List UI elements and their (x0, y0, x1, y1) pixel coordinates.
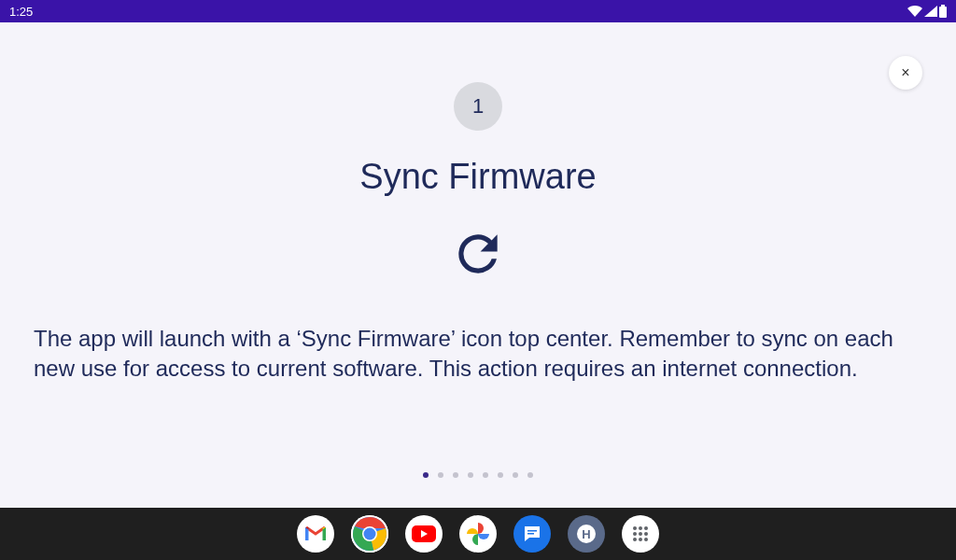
svg-point-15 (644, 526, 648, 530)
chrome-app-icon[interactable] (351, 515, 388, 553)
dot-8[interactable] (527, 472, 533, 478)
svg-point-17 (639, 532, 642, 536)
svg-rect-0 (941, 5, 945, 7)
onboarding-screen: × 1 Sync Firmware The app will launch wi… (0, 22, 956, 508)
sync-icon (449, 225, 507, 287)
close-icon: × (901, 64, 909, 81)
svg-point-20 (639, 538, 642, 541)
pagination-dots[interactable] (0, 472, 956, 478)
svg-point-21 (644, 538, 648, 541)
step-title: Sync Firmware (359, 157, 596, 197)
wifi-icon (907, 6, 922, 17)
svg-text:H: H (582, 527, 590, 541)
dot-4[interactable] (468, 472, 473, 478)
battery-icon (939, 5, 947, 18)
svg-point-13 (633, 526, 637, 530)
dot-5[interactable] (483, 472, 488, 478)
svg-point-14 (639, 526, 642, 530)
app-drawer-icon[interactable] (622, 515, 659, 553)
gmail-app-icon[interactable] (297, 515, 334, 553)
messages-app-icon[interactable] (513, 515, 551, 553)
svg-rect-9 (527, 530, 537, 532)
svg-point-19 (633, 538, 637, 541)
h-app-icon[interactable]: H (568, 515, 605, 553)
svg-rect-1 (939, 7, 947, 18)
step-number: 1 (472, 94, 484, 119)
svg-point-7 (364, 528, 376, 540)
navigation-bar: H (0, 508, 956, 560)
dot-2[interactable] (438, 472, 443, 478)
step-number-badge: 1 (454, 82, 502, 131)
status-bar: 1:25 (0, 0, 956, 22)
status-time: 1:25 (9, 5, 33, 19)
close-button[interactable]: × (889, 56, 922, 90)
photos-app-icon[interactable] (459, 515, 497, 553)
dot-3[interactable] (453, 472, 458, 478)
dot-7[interactable] (513, 472, 518, 478)
step-description: The app will launch with a ‘Sync Firmwar… (0, 324, 956, 385)
svg-point-16 (633, 532, 637, 536)
status-icons (907, 5, 947, 18)
svg-point-18 (644, 532, 648, 536)
dot-1[interactable] (423, 472, 429, 478)
signal-icon (924, 6, 937, 17)
dot-6[interactable] (498, 472, 503, 478)
youtube-app-icon[interactable] (405, 515, 443, 553)
svg-rect-10 (527, 533, 534, 535)
